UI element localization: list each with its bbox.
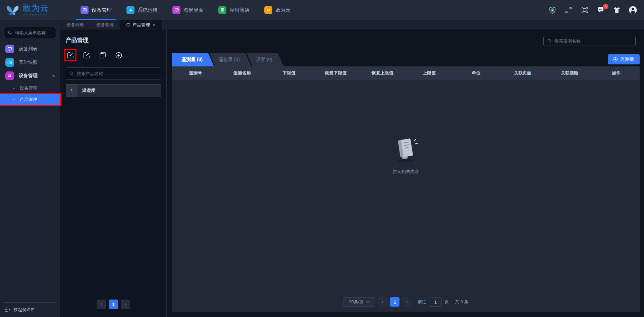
shield-security-icon[interactable]	[548, 6, 557, 14]
main-content: 遥测量 (0) 遥信量 (0) 设置 (0) 遥测量 遥测号 遥测名称 下限值 …	[167, 30, 644, 317]
sidebar-item-snapshot[interactable]: 实时快照	[0, 56, 60, 69]
plus-circle-icon	[613, 57, 618, 62]
add-product-button[interactable]	[114, 51, 123, 60]
top-bar: 敢为云 GANWEIYUN 设备管理 系统运维 图形界面 应用	[0, 0, 644, 20]
product-search-box[interactable]	[66, 67, 161, 80]
import-button[interactable]	[66, 51, 75, 60]
top-nav: 设备管理 系统运维 图形界面 应用商店 敢为云	[73, 0, 298, 20]
next-page-button[interactable]: ›	[121, 300, 130, 309]
bullet-icon	[13, 88, 14, 89]
user-avatar[interactable]	[629, 6, 637, 14]
chevron-up-icon	[51, 75, 55, 77]
theme-tshirt-icon[interactable]	[612, 6, 621, 14]
search-icon	[547, 39, 552, 43]
sidebar-subitem-label: 产品管理	[20, 97, 37, 103]
device-manage-icon	[80, 6, 89, 14]
column-header: 操作	[593, 70, 640, 76]
screenshot-frame-icon[interactable]	[580, 6, 589, 14]
sidebar-item-label: 设备管理	[19, 73, 38, 79]
bullet-icon	[13, 99, 14, 100]
nav-item-label: 敢为云	[275, 7, 290, 13]
messages-icon[interactable]: 0	[596, 6, 605, 14]
nav-item-system-ops[interactable]: 系统运维	[119, 0, 165, 20]
window-tab-label: 设备列表	[66, 22, 84, 28]
menu-search-box[interactable]	[4, 27, 56, 38]
collapse-sidebar-button[interactable]: 收起侧边栏	[0, 302, 60, 317]
column-header: 单位	[452, 70, 499, 76]
nav-item-ganweiyun[interactable]: 敢为云	[257, 0, 298, 20]
empty-state: 暂无相关内容	[172, 135, 640, 175]
page-number-button[interactable]: 1	[109, 300, 118, 309]
column-header: 上限值	[406, 70, 452, 76]
column-header: 恢复下限值	[312, 70, 359, 76]
refresh-icon[interactable]	[126, 23, 130, 27]
topbar-actions: 0	[548, 6, 644, 14]
empty-scroll-icon	[390, 135, 421, 164]
search-icon	[69, 71, 74, 76]
window-tab-device-manage[interactable]: 设备管理	[90, 20, 120, 30]
goto-page-input[interactable]	[429, 297, 442, 307]
page-unit-label: 页	[444, 299, 449, 305]
telemetry-table: 遥测号 遥测名称 下限值 恢复下限值 恢复上限值 上限值 单位 关联页面 关联视…	[172, 66, 640, 312]
tab-signal[interactable]: 遥信量 (0)	[209, 53, 251, 66]
sidebar-subitem-product-manage[interactable]: 产品管理	[0, 94, 60, 105]
next-page-button[interactable]: ›	[402, 297, 412, 307]
column-header: 关联页面	[499, 70, 546, 76]
prev-page-button[interactable]: ‹	[97, 300, 106, 309]
page-number-button[interactable]: 1	[390, 297, 399, 307]
sidebar-item-label: 设备列表	[19, 46, 38, 52]
table-pagination: 20条/页 ‹ 1 › 前往 页 共 0 条	[172, 292, 640, 312]
add-telemetry-button[interactable]: 遥测量	[608, 54, 640, 64]
copy-button[interactable]	[98, 51, 107, 60]
telemetry-search-box[interactable]	[543, 36, 636, 46]
tab-telemetry[interactable]: 遥测量 (0)	[172, 53, 214, 66]
sidebar-item-label: 实时快照	[19, 59, 38, 65]
sidebar-group-device-manage[interactable]: 设备管理	[0, 69, 60, 83]
app-store-icon	[218, 6, 226, 14]
chevron-down-icon	[366, 301, 370, 303]
column-header: 遥测名称	[219, 70, 265, 76]
telemetry-search-input[interactable]	[554, 39, 632, 44]
close-tab-icon[interactable]: ×	[153, 22, 156, 28]
nav-item-label: 设备管理	[92, 7, 112, 13]
monitor-icon	[5, 45, 14, 53]
butterfly-logo-icon	[5, 2, 20, 18]
menu-search-input[interactable]	[15, 30, 53, 35]
window-tab-device-list[interactable]: 设备列表	[60, 20, 90, 30]
nav-item-label: 应用商店	[229, 7, 250, 13]
total-count-label: 共 0 条	[455, 299, 468, 305]
fullscreen-icon[interactable]	[564, 6, 573, 14]
product-search-input[interactable]	[77, 71, 157, 76]
tab-settings[interactable]: 设置 (0)	[247, 53, 284, 66]
sidebar-item-device-list[interactable]: 设备列表	[0, 42, 60, 56]
nav-item-graphic-ui[interactable]: 图形界面	[165, 0, 211, 20]
collapse-sidebar-label: 收起侧边栏	[13, 307, 35, 313]
app-logo: 敢为云 GANWEIYUN	[0, 2, 64, 18]
sidebar-subitem-device-manage[interactable]: 设备管理	[0, 83, 60, 94]
column-header: 遥测号	[172, 70, 219, 76]
sidebar: 设备列表 实时快照 设备管理 设备管理 产品管理 收起侧边栏	[0, 20, 60, 317]
window-tab-strip: 设备列表 设备管理 产品管理 ×	[60, 20, 644, 30]
graphic-ui-icon	[172, 6, 180, 14]
nav-item-device-manage[interactable]: 设备管理	[73, 0, 119, 20]
export-button[interactable]	[82, 51, 91, 60]
page-size-select[interactable]: 20条/页	[343, 297, 375, 307]
product-list-item[interactable]: 1 温湿度	[66, 84, 161, 97]
product-name: 温湿度	[77, 85, 95, 97]
logo-title: 敢为云	[23, 4, 49, 12]
nav-item-app-store[interactable]: 应用商店	[211, 0, 257, 20]
camera-icon	[5, 58, 14, 67]
sidebar-subitem-label: 设备管理	[20, 85, 37, 91]
product-panel: 产品管理 1 温湿度 ‹ 1 ›	[60, 30, 167, 317]
grid-apps-icon	[5, 71, 14, 80]
search-icon	[8, 30, 12, 35]
product-index: 1	[66, 85, 77, 97]
prev-page-button[interactable]: ‹	[378, 297, 387, 307]
collapse-sidebar-icon	[5, 307, 10, 312]
column-header: 下限值	[266, 70, 312, 76]
window-tab-product-manage[interactable]: 产品管理 ×	[120, 20, 162, 30]
table-header-row: 遥测号 遥测名称 下限值 恢复下限值 恢复上限值 上限值 单位 关联页面 关联视…	[172, 66, 640, 80]
column-header: 恢复上限值	[359, 70, 406, 76]
ganweiyun-butterfly-icon	[264, 6, 272, 14]
content-tabs: 遥测量 (0) 遥信量 (0) 设置 (0)	[172, 53, 284, 66]
